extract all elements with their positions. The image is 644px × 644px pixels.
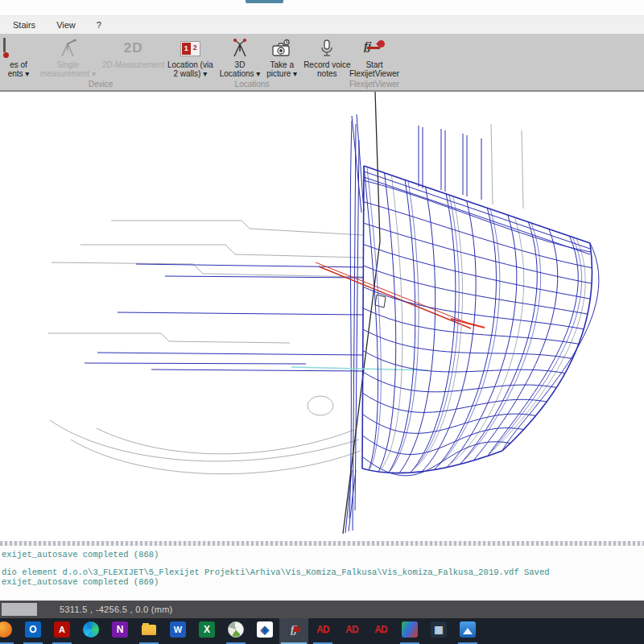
taskbar-item-word[interactable] <box>163 618 192 644</box>
autocad-1-icon <box>315 621 331 638</box>
sketchup-icon <box>257 621 273 638</box>
menu-help[interactable]: ? <box>97 20 101 30</box>
taskbar-item-autocad-1[interactable] <box>308 618 337 644</box>
log-line: dio element d.o.o\3_FLEXIJET\5_Flexijet … <box>2 568 550 577</box>
taskbar-item-outlook[interactable] <box>19 618 47 644</box>
browser-partial-icon <box>0 621 12 638</box>
taskbar-item-flexijet[interactable] <box>279 618 308 644</box>
taskbar-item-photos[interactable] <box>453 618 482 644</box>
edge-icon <box>83 621 99 638</box>
ribbon-group-locations: Location (via 2 walls) ▾ 3D Locations ▾ <box>164 34 340 90</box>
taskbar-item-google-earth[interactable] <box>221 618 250 644</box>
start-flexijetviewer-button[interactable]: Start FlexijetViewer <box>346 34 402 79</box>
microphone-icon <box>316 36 337 60</box>
message-log: exijet_autosave completed (868) dio elem… <box>0 546 644 601</box>
flexijet-viewer-icon <box>362 36 386 60</box>
flexijet-app-window: Stairs View ? es of ents ▾ Single measur… <box>0 0 644 644</box>
ribbon-group-flexijetviewer: Start FlexijetViewer FlexijetViewer <box>340 34 409 90</box>
photos-icon <box>460 621 476 638</box>
taskbar-item-file-explorer[interactable] <box>134 618 163 644</box>
word-icon <box>170 621 186 638</box>
cursor-coordinates: 5311.5 , -4256.5 , 0.0 (mm) <box>60 605 173 614</box>
camera-timer-icon <box>271 36 292 60</box>
log-line: exijet_autosave completed (868) <box>2 550 159 559</box>
taskbar-item-browser-partial[interactable] <box>0 618 19 644</box>
2d-measurement-button[interactable]: 2D-Measurement <box>99 34 167 79</box>
location-via-2-walls-button[interactable]: Location (via 2 walls) ▾ <box>164 34 217 79</box>
title-strip <box>0 0 644 16</box>
group-label-device: Device <box>37 79 164 90</box>
menu-bar: Stairs View ? <box>0 16 644 34</box>
image-viewer-icon <box>402 621 418 638</box>
windows-taskbar <box>0 618 644 644</box>
take-picture-button[interactable]: Take a picture ▾ <box>263 34 300 79</box>
taskbar-item-sketchup[interactable] <box>250 618 279 644</box>
status-bar: 5311.5 , -4256.5 , 0.0 (mm) <box>0 601 644 618</box>
taskbar-item-excel[interactable] <box>192 618 221 644</box>
types-of-measurements-button[interactable]: es of ents ▾ <box>0 34 37 90</box>
tripod-icon <box>57 36 78 60</box>
taskbar-item-edge[interactable] <box>76 618 105 644</box>
drawing-canvas[interactable] <box>0 92 644 541</box>
location-icon-part <box>180 41 200 56</box>
autocad-3-icon <box>373 621 389 638</box>
log-line: exijet_autosave completed (869) <box>2 577 159 587</box>
2d-logo-icon <box>124 36 143 60</box>
group-label-locations: Locations <box>164 79 340 90</box>
boat-wireframe-drawing <box>0 92 644 541</box>
3d-locations-button[interactable]: 3D Locations ▾ <box>217 34 264 79</box>
tripod-3d-icon <box>229 36 250 60</box>
taskbar-item-acrobat[interactable] <box>47 618 76 644</box>
ribbon-toolbar: es of ents ▾ Single measurement ▾ 2D-Mea… <box>0 34 644 92</box>
ribbon-group-device: Single measurement ▾ 2D-Measurement Devi… <box>37 34 164 90</box>
taskbar-item-onenote[interactable] <box>105 618 134 644</box>
google-earth-icon <box>228 621 244 638</box>
menu-stairs[interactable]: Stairs <box>13 20 35 30</box>
taskbar-item-autocad-2[interactable] <box>337 618 366 644</box>
file-explorer-icon <box>141 621 157 638</box>
taskbar-item-image-viewer[interactable] <box>395 618 424 644</box>
calculator-icon <box>431 621 447 638</box>
hidden-window-accent <box>246 0 283 3</box>
menu-view[interactable]: View <box>56 20 76 30</box>
taskbar-item-autocad-3[interactable] <box>366 618 395 644</box>
onenote-icon <box>112 621 128 638</box>
acrobat-icon <box>54 621 70 638</box>
outlook-icon <box>25 621 41 638</box>
excel-icon <box>199 621 215 638</box>
fj-logo-icon <box>362 39 386 58</box>
statusbar-field <box>2 603 37 616</box>
taskbar-item-calculator[interactable] <box>424 618 453 644</box>
group-label-flexijetviewer: FlexijetViewer <box>340 79 409 90</box>
flexijet-icon <box>286 621 302 638</box>
autocad-2-icon <box>344 621 360 638</box>
single-measurement-button[interactable]: Single measurement ▾ <box>37 34 99 79</box>
plumb-icon <box>3 36 34 60</box>
location-walls-icon <box>180 36 200 60</box>
